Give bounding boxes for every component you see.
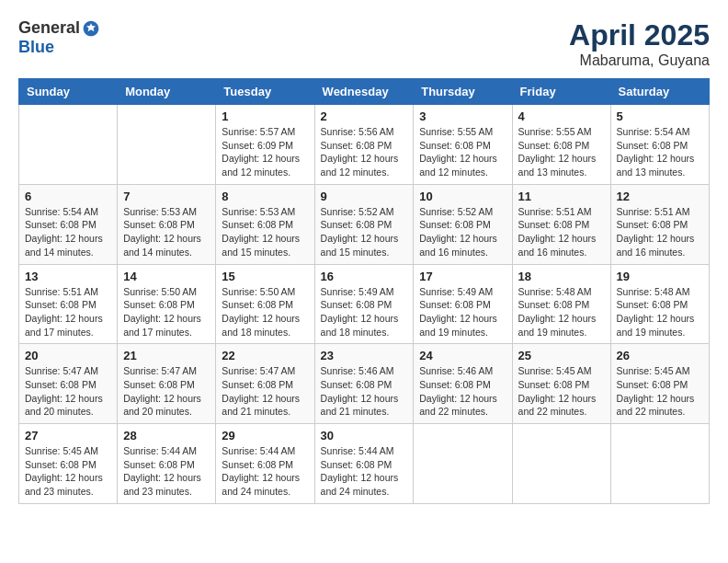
calendar-cell: 18Sunrise: 5:48 AM Sunset: 6:08 PM Dayli… [512, 264, 610, 344]
day-info: Sunrise: 5:47 AM Sunset: 6:08 PM Dayligh… [123, 364, 210, 419]
week-row-4: 20Sunrise: 5:47 AM Sunset: 6:08 PM Dayli… [19, 344, 710, 424]
day-number: 12 [617, 190, 703, 203]
day-info: Sunrise: 5:47 AM Sunset: 6:08 PM Dayligh… [222, 364, 308, 419]
weekday-header-friday: Friday [512, 79, 610, 105]
calendar-cell: 26Sunrise: 5:45 AM Sunset: 6:08 PM Dayli… [610, 344, 709, 424]
calendar-cell: 19Sunrise: 5:48 AM Sunset: 6:08 PM Dayli… [610, 264, 709, 344]
calendar-cell: 27Sunrise: 5:45 AM Sunset: 6:08 PM Dayli… [19, 424, 118, 504]
week-row-1: 1Sunrise: 5:57 AM Sunset: 6:09 PM Daylig… [19, 105, 710, 185]
day-number: 29 [222, 429, 308, 442]
calendar-cell: 23Sunrise: 5:46 AM Sunset: 6:08 PM Dayli… [314, 344, 414, 424]
day-number: 19 [617, 270, 703, 283]
day-number: 23 [321, 349, 408, 362]
calendar-cell [19, 105, 118, 185]
calendar-cell: 22Sunrise: 5:47 AM Sunset: 6:08 PM Dayli… [216, 344, 314, 424]
day-info: Sunrise: 5:55 AM Sunset: 6:08 PM Dayligh… [419, 125, 506, 179]
day-number: 24 [419, 349, 506, 362]
day-info: Sunrise: 5:49 AM Sunset: 6:08 PM Dayligh… [321, 285, 408, 339]
calendar-cell: 12Sunrise: 5:51 AM Sunset: 6:08 PM Dayli… [610, 184, 709, 264]
day-info: Sunrise: 5:52 AM Sunset: 6:08 PM Dayligh… [419, 205, 506, 259]
calendar-cell: 24Sunrise: 5:46 AM Sunset: 6:08 PM Dayli… [414, 344, 512, 424]
month-title: April 2025 [569, 18, 710, 52]
day-number: 6 [25, 190, 111, 203]
calendar-cell: 16Sunrise: 5:49 AM Sunset: 6:08 PM Dayli… [314, 264, 414, 344]
week-row-5: 27Sunrise: 5:45 AM Sunset: 6:08 PM Dayli… [19, 424, 710, 504]
day-info: Sunrise: 5:55 AM Sunset: 6:08 PM Dayligh… [518, 125, 605, 179]
day-number: 20 [25, 349, 111, 362]
day-info: Sunrise: 5:51 AM Sunset: 6:08 PM Dayligh… [617, 205, 703, 259]
location-title: Mabaruma, Guyana [569, 52, 710, 69]
day-info: Sunrise: 5:57 AM Sunset: 6:09 PM Dayligh… [222, 125, 308, 179]
day-info: Sunrise: 5:53 AM Sunset: 6:08 PM Dayligh… [222, 205, 308, 259]
day-info: Sunrise: 5:52 AM Sunset: 6:08 PM Dayligh… [321, 205, 408, 259]
weekday-header-tuesday: Tuesday [216, 79, 314, 105]
weekday-header-wednesday: Wednesday [314, 79, 414, 105]
day-number: 22 [222, 349, 308, 362]
calendar-table: SundayMondayTuesdayWednesdayThursdayFrid… [18, 78, 710, 504]
calendar-cell [118, 105, 216, 185]
logo: General Blue [18, 18, 100, 57]
calendar-cell: 13Sunrise: 5:51 AM Sunset: 6:08 PM Dayli… [19, 264, 118, 344]
calendar-cell: 9Sunrise: 5:52 AM Sunset: 6:08 PM Daylig… [314, 184, 414, 264]
day-info: Sunrise: 5:45 AM Sunset: 6:08 PM Dayligh… [518, 364, 605, 419]
day-info: Sunrise: 5:54 AM Sunset: 6:08 PM Dayligh… [25, 205, 111, 259]
calendar-cell: 17Sunrise: 5:49 AM Sunset: 6:08 PM Dayli… [414, 264, 512, 344]
calendar-cell: 7Sunrise: 5:53 AM Sunset: 6:08 PM Daylig… [118, 184, 216, 264]
day-info: Sunrise: 5:45 AM Sunset: 6:08 PM Dayligh… [617, 364, 703, 419]
calendar-cell: 10Sunrise: 5:52 AM Sunset: 6:08 PM Dayli… [414, 184, 512, 264]
day-info: Sunrise: 5:56 AM Sunset: 6:08 PM Dayligh… [321, 125, 408, 179]
weekday-header-sunday: Sunday [19, 79, 118, 105]
day-number: 3 [419, 109, 506, 123]
day-info: Sunrise: 5:44 AM Sunset: 6:08 PM Dayligh… [222, 444, 308, 499]
calendar-cell: 30Sunrise: 5:44 AM Sunset: 6:08 PM Dayli… [314, 424, 414, 504]
calendar-cell: 14Sunrise: 5:50 AM Sunset: 6:08 PM Dayli… [118, 264, 216, 344]
weekday-header-thursday: Thursday [414, 79, 512, 105]
title-area: April 2025 Mabaruma, Guyana [569, 18, 710, 69]
calendar-cell [512, 424, 610, 504]
day-number: 10 [419, 190, 506, 203]
day-info: Sunrise: 5:54 AM Sunset: 6:08 PM Dayligh… [617, 125, 703, 179]
calendar-cell: 3Sunrise: 5:55 AM Sunset: 6:08 PM Daylig… [414, 105, 512, 185]
weekday-header-monday: Monday [118, 79, 216, 105]
day-info: Sunrise: 5:44 AM Sunset: 6:08 PM Dayligh… [123, 444, 210, 499]
weekday-header-saturday: Saturday [610, 79, 709, 105]
page-header: General Blue April 2025 Mabaruma, Guyana [18, 18, 710, 69]
logo-icon [82, 19, 100, 38]
calendar-cell: 11Sunrise: 5:51 AM Sunset: 6:08 PM Dayli… [512, 184, 610, 264]
calendar-cell: 29Sunrise: 5:44 AM Sunset: 6:08 PM Dayli… [216, 424, 314, 504]
day-info: Sunrise: 5:48 AM Sunset: 6:08 PM Dayligh… [518, 285, 605, 339]
day-number: 21 [123, 349, 210, 362]
day-number: 27 [25, 429, 111, 442]
calendar-cell: 25Sunrise: 5:45 AM Sunset: 6:08 PM Dayli… [512, 344, 610, 424]
day-info: Sunrise: 5:46 AM Sunset: 6:08 PM Dayligh… [321, 364, 408, 419]
day-info: Sunrise: 5:45 AM Sunset: 6:08 PM Dayligh… [25, 444, 111, 499]
weekday-header-row: SundayMondayTuesdayWednesdayThursdayFrid… [19, 79, 710, 105]
calendar-cell [414, 424, 512, 504]
day-info: Sunrise: 5:49 AM Sunset: 6:08 PM Dayligh… [419, 285, 506, 339]
calendar-cell: 8Sunrise: 5:53 AM Sunset: 6:08 PM Daylig… [216, 184, 314, 264]
day-number: 14 [123, 270, 210, 283]
day-number: 28 [123, 429, 210, 442]
day-info: Sunrise: 5:53 AM Sunset: 6:08 PM Dayligh… [123, 205, 210, 259]
day-info: Sunrise: 5:51 AM Sunset: 6:08 PM Dayligh… [518, 205, 605, 259]
day-info: Sunrise: 5:50 AM Sunset: 6:08 PM Dayligh… [222, 285, 308, 339]
day-info: Sunrise: 5:51 AM Sunset: 6:08 PM Dayligh… [25, 285, 111, 339]
day-number: 5 [617, 109, 703, 123]
calendar-cell: 2Sunrise: 5:56 AM Sunset: 6:08 PM Daylig… [314, 105, 414, 185]
day-number: 4 [518, 109, 605, 123]
day-number: 7 [123, 190, 210, 203]
calendar-cell: 21Sunrise: 5:47 AM Sunset: 6:08 PM Dayli… [118, 344, 216, 424]
day-number: 8 [222, 190, 308, 203]
day-info: Sunrise: 5:44 AM Sunset: 6:08 PM Dayligh… [321, 444, 408, 499]
logo-blue: Blue [18, 38, 54, 57]
calendar-cell: 1Sunrise: 5:57 AM Sunset: 6:09 PM Daylig… [216, 105, 314, 185]
day-info: Sunrise: 5:47 AM Sunset: 6:08 PM Dayligh… [25, 364, 111, 419]
day-number: 1 [222, 109, 308, 123]
day-number: 18 [518, 270, 605, 283]
calendar-cell: 5Sunrise: 5:54 AM Sunset: 6:08 PM Daylig… [610, 105, 709, 185]
calendar-cell: 28Sunrise: 5:44 AM Sunset: 6:08 PM Dayli… [118, 424, 216, 504]
calendar-cell: 6Sunrise: 5:54 AM Sunset: 6:08 PM Daylig… [19, 184, 118, 264]
day-info: Sunrise: 5:48 AM Sunset: 6:08 PM Dayligh… [617, 285, 703, 339]
day-number: 26 [617, 349, 703, 362]
day-info: Sunrise: 5:50 AM Sunset: 6:08 PM Dayligh… [123, 285, 210, 339]
